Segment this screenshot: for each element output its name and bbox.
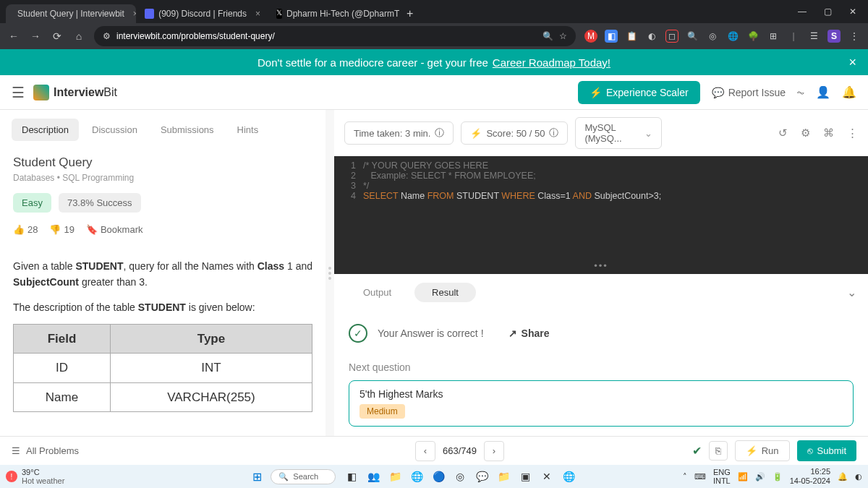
submit-button[interactable]: ⎋Submit [797,440,856,461]
wifi-icon[interactable]: 📶 [738,472,748,481]
next-question-card[interactable]: 5'th Highest Marks Medium [349,380,854,427]
undo-icon[interactable]: ↺ [778,127,788,140]
info-icon[interactable]: ⓘ [435,127,444,140]
extension-icon[interactable]: ◧ [605,30,618,43]
extension-icon[interactable]: ◐ [645,30,658,43]
share-button[interactable]: ↗Share [509,328,550,339]
tab-discussion[interactable]: Discussion [82,119,148,141]
search-icon: 🔍 [278,472,289,481]
taskbar-clock[interactable]: 16:25 14-05-2024 [790,467,830,486]
pane-resize-handle[interactable] [326,110,334,436]
lang-a[interactable]: ENG [713,468,731,476]
close-window-icon[interactable]: ✕ [849,7,856,17]
hamburger-icon[interactable]: ☰ [12,84,25,101]
upvote-button[interactable]: 👍28 [13,224,38,235]
more-icon[interactable]: ⋮ [847,127,858,140]
battery-icon[interactable]: 🔋 [773,472,783,481]
extension-icon[interactable]: ◻ [665,30,678,43]
zoom-icon[interactable]: 🔍 [542,31,553,41]
extension-icon[interactable]: M [584,30,597,43]
notification-icon[interactable]: 🔔 [838,472,848,481]
reload-icon[interactable]: ⟳ [51,30,64,43]
reading-list-icon[interactable]: ☰ [807,30,820,43]
tab-hints[interactable]: Hints [227,119,269,141]
browser-tab[interactable]: Student Query | Interviewbit × [6,4,136,23]
upload-icon: ⎋ [807,445,813,456]
prev-problem-button[interactable]: ‹ [415,441,435,461]
editor-resize-handle[interactable]: ••• [334,257,868,274]
tab-description[interactable]: Description [12,119,79,141]
menu-icon[interactable]: ⋮ [848,30,861,43]
browser-tab[interactable]: 𝕏 Dpharm Hi-Tech (@DpharmT) / × [269,4,399,23]
keyboard-icon[interactable]: ⌨ [694,472,706,481]
settings-icon[interactable]: ⚙ [801,127,810,140]
url-bar[interactable]: ⚙ interviewbit.com/problems/student-quer… [94,26,576,46]
taskbar-app[interactable]: 👥 [366,469,380,484]
extensions-icon[interactable]: ⊞ [767,30,780,43]
lang-b[interactable]: INTL [713,476,731,485]
banner-link[interactable]: Career Roadmap Today! [493,56,610,69]
th-type: Type [110,325,312,354]
shortcuts-icon[interactable]: ⌘ [823,127,834,140]
close-icon[interactable]: × [133,9,136,19]
downvote-button[interactable]: 👎19 [49,224,74,235]
user-icon[interactable]: 👤 [816,85,830,99]
taskbar-app[interactable]: 💬 [475,469,489,484]
experience-scaler-button[interactable]: ⚡ Experience Scaler [578,81,700,104]
next-question-title: 5'th Highest Marks [359,388,843,400]
taskbar-app[interactable]: 🌐 [409,469,424,484]
taskbar-app[interactable]: 🔵 [431,469,446,484]
taskbar-search[interactable]: 🔍Search [271,469,336,484]
close-icon[interactable]: × [255,9,260,19]
tab-output[interactable]: Output [346,283,409,302]
maximize-icon[interactable]: ▢ [824,7,832,17]
list-icon: ☰ [12,445,20,456]
report-issue-button[interactable]: 💬 Report Issue [712,87,786,98]
logo[interactable]: InterviewBit [33,85,117,100]
console-button[interactable]: ⎘ [709,441,728,461]
taskbar-app[interactable]: ✕ [540,469,554,484]
close-icon[interactable]: × [848,55,856,70]
home-icon[interactable]: ⌂ [72,30,85,43]
taskbar-app[interactable]: ◧ [344,469,359,484]
extension-icon[interactable]: ◎ [706,30,719,43]
temperature: 39°C [22,468,64,476]
run-button[interactable]: ⚡Run [735,440,790,461]
tab-submissions[interactable]: Submissions [150,119,224,141]
taskbar-app[interactable]: ▣ [518,469,532,484]
taskbar-app[interactable]: 🌐 [561,469,576,484]
all-problems-button[interactable]: ☰ All Problems [12,445,79,456]
tray-chevron-icon[interactable]: ˄ [683,472,687,481]
minimize-icon[interactable]: — [798,7,807,17]
copilot-icon[interactable]: ◐ [855,472,862,481]
extension-icon[interactable]: 🌐 [726,30,739,43]
language-select[interactable]: MySQL (MySQ... [575,117,662,149]
chevron-down-icon[interactable]: ⌄ [847,286,856,299]
back-icon[interactable]: ← [7,30,20,43]
site-info-icon[interactable]: ⚙ [103,31,111,41]
star-icon[interactable]: ☆ [559,31,567,41]
tab-result[interactable]: Result [414,283,476,302]
extension-icon[interactable]: 🌳 [746,30,760,43]
taskbar-app[interactable]: ◎ [453,469,467,484]
extension-icon[interactable]: 📋 [625,30,638,43]
profile-avatar[interactable]: S [827,30,841,43]
next-problem-button[interactable]: › [484,441,504,461]
info-icon[interactable]: ⓘ [549,127,558,140]
extension-icon[interactable]: 🔍 [686,30,699,43]
activity-icon[interactable]: ⏦ [797,86,804,99]
bell-icon[interactable]: 🔔 [842,85,856,99]
browser-tab[interactable]: (909) Discord | Friends × [137,4,268,23]
banner-text: Don't settle for a mediocre career - get… [258,56,488,69]
volume-icon[interactable]: 🔊 [755,472,765,481]
problem-description: The description of the table STUDENT is … [13,299,312,315]
bookmark-button[interactable]: 🔖Bookmark [86,224,143,235]
forward-icon[interactable]: → [29,30,42,43]
taskbar-app[interactable]: 📁 [388,469,402,484]
tab-title: (909) Discord | Friends [158,9,247,19]
taskbar-app[interactable]: 📁 [496,469,511,484]
code-editor[interactable]: 1/* YOUR QUERY GOES HERE 2 Example: SELE… [334,156,868,257]
start-button[interactable]: ⊞ [252,470,262,484]
taskbar-weather[interactable]: ! 39°C Hot weather [6,468,64,485]
new-tab-button[interactable]: + [401,4,419,23]
